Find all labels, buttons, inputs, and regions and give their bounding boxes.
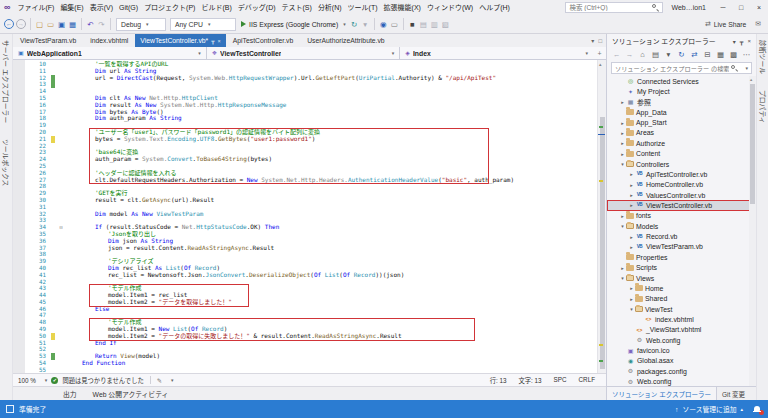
expander-icon[interactable]: ▾ <box>628 306 635 312</box>
document-tab[interactable]: ViewTestController.vb*┳× <box>135 34 225 47</box>
document-tab[interactable]: ApiTestController.vb <box>226 34 300 47</box>
tab-float-icon[interactable]: □ <box>598 38 602 44</box>
expander-icon[interactable]: ▸ <box>619 265 626 271</box>
output-tab[interactable]: 出力 <box>63 389 77 399</box>
code-line[interactable]: 34⊟If (result.StatusCode = Net.HttpStatu… <box>13 224 597 231</box>
expander-icon[interactable]: ▸ <box>628 171 635 177</box>
menu-item[interactable]: 分析(N) <box>315 0 345 15</box>
expander-icon[interactable]: ▸ <box>628 285 635 291</box>
tree-item[interactable]: ▸Shared <box>607 294 756 304</box>
search-input[interactable] <box>569 4 652 11</box>
tree-item[interactable]: <>_ViewStart.vbhtml <box>607 325 756 335</box>
tree-item[interactable]: <>index.vbhtml <box>607 314 756 324</box>
se-back-icon[interactable]: ← <box>612 46 621 63</box>
expander-icon[interactable]: ▾ <box>619 161 626 167</box>
panel-tab[interactable]: ツールボックス <box>1 139 11 186</box>
menu-item[interactable]: ウィンドウ(W) <box>424 0 476 15</box>
zoom-level[interactable]: 100 % <box>18 377 36 384</box>
bookmark-icon[interactable]: ■ <box>407 16 418 33</box>
close-icon[interactable]: × <box>747 38 751 44</box>
panel-tab[interactable]: サーバー エクスプローラー <box>1 40 11 123</box>
tree-item[interactable]: ◉Global.asax <box>607 356 756 366</box>
add-to-source-control-button[interactable]: ソース管理に追加 <box>682 404 736 414</box>
expander-icon[interactable]: ▸ <box>628 234 635 240</box>
panel-tab[interactable]: 診断ツール <box>758 40 768 74</box>
code-line[interactable]: 39'デシリアライズ <box>13 258 597 265</box>
tree-item[interactable]: ▸Home <box>607 283 756 293</box>
output-tab[interactable]: Web 公開アクティビティ <box>93 389 169 399</box>
save-icon[interactable]: ▣ <box>56 16 67 33</box>
se-forward-icon[interactable]: → <box>625 46 634 63</box>
new-file-icon[interactable]: ▢ <box>34 16 45 33</box>
code-line[interactable]: 27clt.DefaultRequestHeaders.Authorizatio… <box>13 177 597 184</box>
se-sync-active-doc-icon[interactable]: ⇄ <box>690 46 699 63</box>
tree-item[interactable]: ▸VBApiTestController.vb <box>607 169 756 179</box>
tree-item[interactable]: ▸VBViewTestController.vb <box>607 200 756 210</box>
tree-item[interactable]: ▸Authorize <box>607 138 756 148</box>
code-line[interactable]: 43'モデル作成 <box>13 285 597 292</box>
column-indicator[interactable]: 文字: 13 <box>518 376 541 385</box>
tree-item[interactable]: ▸▦参照 <box>607 97 756 107</box>
document-tab[interactable]: UserAuthorizeAttribute.vb <box>300 34 391 47</box>
code-line[interactable]: 18Dim auth_param As String <box>13 115 597 122</box>
code-line[interactable]: 30result = clt.GetAsync(url).Result <box>13 197 597 204</box>
menu-item[interactable]: ファイル(F) <box>14 0 57 15</box>
tree-item[interactable]: ⚙Web.config <box>607 335 756 345</box>
tree-item[interactable]: ◎Connected Services <box>607 76 756 86</box>
tree-item[interactable]: ▾Models <box>607 221 756 231</box>
expander-icon[interactable]: ▸ <box>619 130 626 136</box>
menu-item[interactable]: 編集(E) <box>57 0 86 15</box>
expander-icon[interactable]: ▸ <box>628 296 635 302</box>
menu-item[interactable]: ビルド(B) <box>198 0 234 15</box>
minimize-button[interactable]: ─ <box>714 0 732 15</box>
health-message[interactable]: 問題は見つかりませんでした <box>62 376 143 385</box>
expander-icon[interactable]: ▸ <box>628 192 635 198</box>
project-dropdown[interactable]: ▣ WebApplication1 ▾ <box>13 47 207 59</box>
spaces-indicator[interactable]: SPC <box>554 376 567 385</box>
menu-item[interactable]: 拡張機能(X) <box>381 0 424 15</box>
uncomment-icon[interactable]: ▥ <box>429 16 440 33</box>
se-collapse-all-icon[interactable]: ⊟ <box>703 46 712 63</box>
comment-icon[interactable]: ▤ <box>418 16 429 33</box>
expander-icon[interactable]: ▸ <box>628 202 635 208</box>
expander-icon[interactable]: ▸ <box>619 140 626 146</box>
tree-item[interactable]: ▸VBHomeController.vb <box>607 180 756 190</box>
code-cleanup-icon[interactable]: ✎ <box>157 377 162 384</box>
code-line[interactable]: 41rec_list = Newtonsoft.Json.JsonConvert… <box>13 272 597 279</box>
menu-item[interactable]: ヘルプ(H) <box>476 0 513 15</box>
expander-icon[interactable]: ▸ <box>619 151 626 157</box>
open-file-icon[interactable]: ▭ <box>45 16 56 33</box>
panel-bottom-tab[interactable]: Git 変更 <box>717 387 750 400</box>
line-ending-indicator[interactable]: CRLF <box>579 376 595 385</box>
scrollbar-thumb[interactable] <box>600 117 605 369</box>
code-line[interactable]: 35'Jsonを取り出し <box>13 231 597 238</box>
scrollbar-thumb[interactable] <box>750 84 755 204</box>
outline-icon[interactable]: ▧ <box>440 16 451 33</box>
expander-icon[interactable]: ▸ <box>628 182 635 188</box>
se-properties-icon[interactable]: ▩ <box>729 46 738 63</box>
tree-item[interactable]: App_Data <box>607 107 756 117</box>
refresh-icon[interactable]: ↻ <box>349 16 360 33</box>
tree-item[interactable]: ▸VBValuesController.vb <box>607 190 756 200</box>
code-line[interactable]: 44model.Item1 = rec_list <box>13 292 597 299</box>
se-more-icon[interactable]: ⋯ <box>742 46 751 63</box>
tree-item[interactable]: Properties <box>607 252 756 262</box>
menu-item[interactable]: 表示(V) <box>87 0 116 15</box>
tree-item[interactable]: ▸App_Start <box>607 117 756 127</box>
se-pending-changes-icon[interactable]: ▾ <box>664 46 673 63</box>
expander-icon[interactable]: ▾ <box>619 275 626 281</box>
feedback-icon[interactable]: ✉ <box>755 20 761 28</box>
tree-item[interactable]: ▸Scripts <box>607 262 756 272</box>
tree-item[interactable]: ▸Content <box>607 149 756 159</box>
undo-icon[interactable]: ↶ <box>85 16 96 33</box>
se-switch-views-icon[interactable]: ▤ <box>651 46 660 63</box>
code-line[interactable]: 32Dim model As New ViewTestParam <box>13 211 597 218</box>
nav-forward-icon[interactable]: → <box>16 19 26 29</box>
code-line[interactable]: 46Else <box>13 306 597 313</box>
pin-icon[interactable]: ┳ <box>211 38 214 44</box>
close-icon[interactable]: × <box>218 38 221 44</box>
code-line[interactable]: 36Dim json As String <box>13 238 597 245</box>
code-line[interactable]: 47 <box>13 312 597 319</box>
browser-link-icon[interactable]: ▭ <box>389 16 400 33</box>
code-line[interactable]: 37json = result.Content.ReadAsStringAsyn… <box>13 245 597 252</box>
